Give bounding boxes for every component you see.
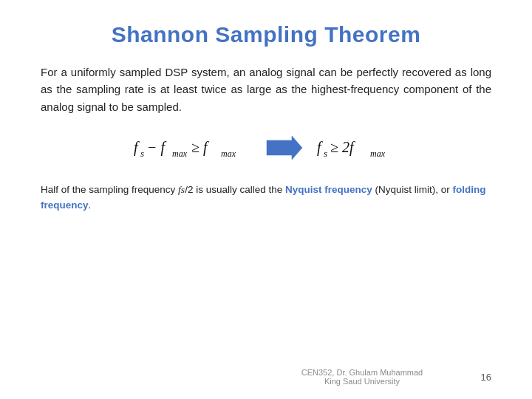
svg-text:max: max	[172, 149, 188, 159]
formula-right-svg: f s ≥ 2f max	[317, 130, 398, 161]
body-paragraph: For a uniformly sampled DSP system, an a…	[41, 64, 491, 115]
svg-text:≥ f: ≥ f	[191, 139, 209, 156]
footer-citation: CEN352, Dr. Ghulam Muhammad King Saud Un…	[255, 368, 469, 386]
nyquist-description: Half of the sampling frequency fs/2 is u…	[41, 182, 491, 214]
svg-text:≥ 2f: ≥ 2f	[330, 139, 355, 156]
formula-right: f s ≥ 2f max	[317, 130, 398, 166]
formula-left-svg: f s − f max ≥ f max	[134, 130, 252, 161]
svg-marker-6	[267, 136, 302, 160]
svg-text:max: max	[221, 149, 236, 159]
svg-text:f: f	[317, 139, 323, 156]
svg-text:f: f	[134, 139, 140, 156]
footer: CEN352, Dr. Ghulam Muhammad King Saud Un…	[0, 368, 532, 386]
svg-text:s: s	[324, 148, 327, 159]
page-number: 16	[469, 372, 491, 383]
nyquist-frequency-label: Nyquist frequency	[285, 184, 372, 195]
formula-area: f s − f max ≥ f max f s ≥ 2f max	[41, 130, 491, 166]
svg-text:max: max	[370, 149, 386, 159]
formula-left: f s − f max ≥ f max	[134, 130, 252, 166]
svg-text:s: s	[140, 148, 144, 159]
svg-text:− f: − f	[147, 139, 166, 156]
fs2-italic: fs	[178, 184, 185, 195]
implication-arrow	[265, 134, 304, 161]
slide: Shannon Sampling Theorem For a uniformly…	[0, 0, 532, 399]
slide-title: Shannon Sampling Theorem	[41, 22, 491, 47]
